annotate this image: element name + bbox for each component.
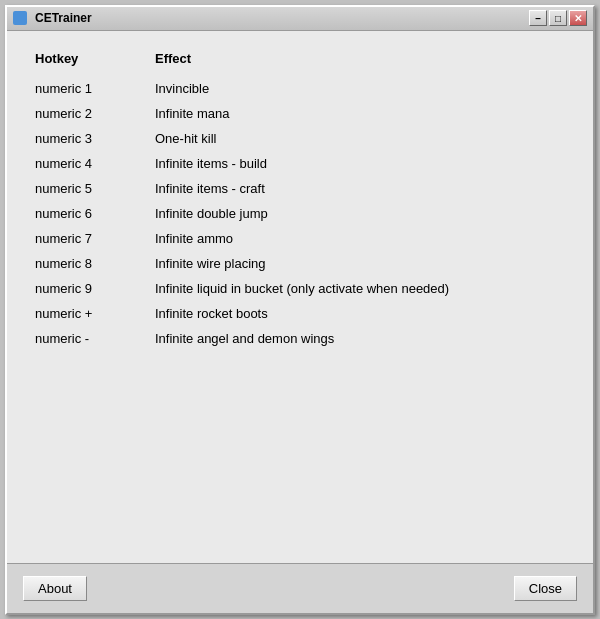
close-title-button[interactable]: ✕ — [569, 10, 587, 26]
app-icon — [13, 11, 27, 25]
close-button[interactable]: Close — [514, 576, 577, 601]
effect-cell: Infinite liquid in bucket (only activate… — [147, 276, 573, 301]
main-window: CETrainer – □ ✕ Hotkey Effect numeric 1I… — [5, 5, 595, 615]
table-row: numeric 4Infinite items - build — [27, 151, 573, 176]
title-bar: CETrainer – □ ✕ — [7, 7, 593, 31]
title-bar-controls: – □ ✕ — [529, 10, 587, 26]
effect-cell: Infinite rocket boots — [147, 301, 573, 326]
hotkey-cell: numeric 6 — [27, 201, 147, 226]
effect-cell: Infinite mana — [147, 101, 573, 126]
about-button[interactable]: About — [23, 576, 87, 601]
title-bar-left: CETrainer — [13, 11, 92, 25]
window-content: Hotkey Effect numeric 1Invinciblenumeric… — [7, 31, 593, 563]
table-row: numeric 2Infinite mana — [27, 101, 573, 126]
effect-cell: Infinite items - craft — [147, 176, 573, 201]
table-row: numeric 7Infinite ammo — [27, 226, 573, 251]
hotkey-cell: numeric 2 — [27, 101, 147, 126]
hotkey-cell: numeric 4 — [27, 151, 147, 176]
hotkey-cell: numeric - — [27, 326, 147, 351]
table-row: numeric 6Infinite double jump — [27, 201, 573, 226]
table-row: numeric 1Invincible — [27, 76, 573, 101]
hotkey-cell: numeric 5 — [27, 176, 147, 201]
table-row: numeric 3One-hit kill — [27, 126, 573, 151]
effect-cell: Infinite items - build — [147, 151, 573, 176]
table-row: numeric 8Infinite wire placing — [27, 251, 573, 276]
effect-cell: Infinite double jump — [147, 201, 573, 226]
window-footer: About Close — [7, 563, 593, 613]
hotkey-cell: numeric 9 — [27, 276, 147, 301]
window-title: CETrainer — [35, 11, 92, 25]
hotkey-table: Hotkey Effect numeric 1Invinciblenumeric… — [27, 47, 573, 351]
table-header-row: Hotkey Effect — [27, 47, 573, 76]
hotkey-cell: numeric 1 — [27, 76, 147, 101]
effect-cell: Infinite ammo — [147, 226, 573, 251]
effect-header: Effect — [147, 47, 573, 76]
hotkey-header: Hotkey — [27, 47, 147, 76]
minimize-button[interactable]: – — [529, 10, 547, 26]
table-row: numeric 9Infinite liquid in bucket (only… — [27, 276, 573, 301]
effect-cell: Infinite wire placing — [147, 251, 573, 276]
maximize-button[interactable]: □ — [549, 10, 567, 26]
hotkey-cell: numeric 7 — [27, 226, 147, 251]
table-row: numeric -Infinite angel and demon wings — [27, 326, 573, 351]
table-row: numeric 5Infinite items - craft — [27, 176, 573, 201]
effect-cell: Infinite angel and demon wings — [147, 326, 573, 351]
hotkey-cell: numeric + — [27, 301, 147, 326]
table-row: numeric +Infinite rocket boots — [27, 301, 573, 326]
hotkey-cell: numeric 3 — [27, 126, 147, 151]
effect-cell: One-hit kill — [147, 126, 573, 151]
effect-cell: Invincible — [147, 76, 573, 101]
hotkey-cell: numeric 8 — [27, 251, 147, 276]
